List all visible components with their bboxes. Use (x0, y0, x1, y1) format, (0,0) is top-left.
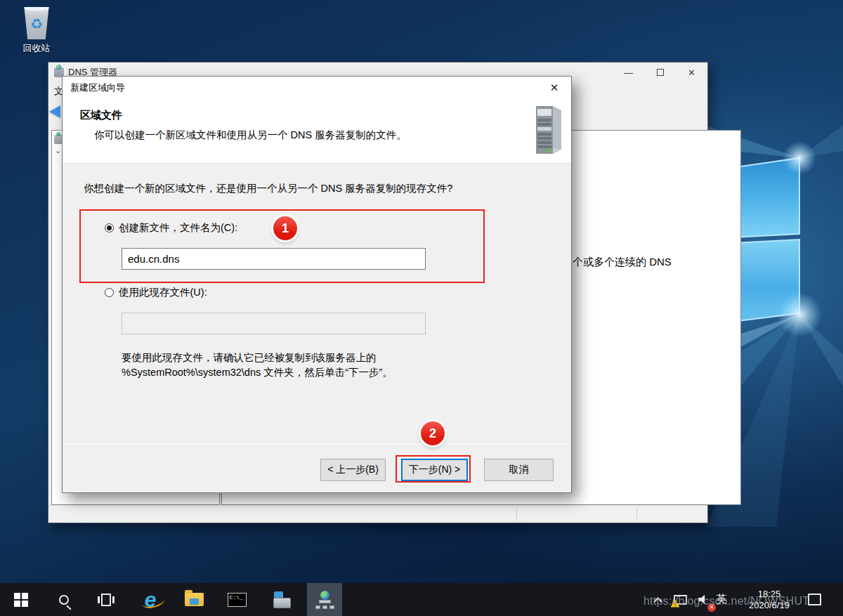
wizard-note-line2: %SystemRoot%\system32\dns 文件夹，然后单击“下一步”。 (122, 365, 393, 380)
background-text-fragment: 个或多个连续的 DNS (573, 256, 672, 269)
back-arrow-icon[interactable] (49, 105, 60, 118)
minimize-button[interactable]: — (613, 63, 644, 82)
tree-expand-chevron-icon[interactable]: ⌄ (55, 146, 61, 155)
annotation-step-2: 2 (421, 421, 445, 445)
radio-unselected-icon[interactable] (105, 288, 114, 297)
windows-logo-icon (14, 593, 28, 607)
internet-explorer-button[interactable]: e (134, 583, 166, 616)
recycle-bin-label: 回收站 (14, 42, 59, 55)
folder-icon (185, 593, 204, 606)
recycle-glyph-icon: ♻ (30, 15, 43, 32)
radio-use-existing-file[interactable]: 使用此现存文件(U): (105, 286, 207, 299)
server-tower-icon (532, 103, 564, 155)
dns-manager-taskbar-button[interactable] (307, 583, 342, 616)
cancel-button[interactable]: 取消 (484, 459, 554, 481)
server-manager-icon (272, 591, 291, 608)
wizard-close-button[interactable]: ✕ (540, 78, 568, 98)
recycle-bin-shortcut[interactable]: ♻ 回收站 (14, 6, 59, 55)
status-separator (636, 507, 637, 521)
task-view-icon (101, 594, 111, 606)
server-manager-button[interactable] (265, 583, 297, 616)
dns-status-bar (48, 505, 707, 523)
maximize-button[interactable] (644, 63, 676, 82)
start-button[interactable] (5, 583, 37, 616)
wizard-titlebar[interactable]: 新建区域向导 (63, 77, 571, 99)
wizard-title: 新建区域向导 (70, 81, 125, 94)
wizard-question: 你想创建一个新的区域文件，还是使用一个从另一个 DNS 服务器复制的现存文件? (84, 182, 452, 195)
task-view-button[interactable] (90, 583, 122, 616)
command-prompt-button[interactable]: C:\_ (221, 583, 253, 616)
annotation-box-next-button (396, 455, 471, 483)
annotation-step-1: 1 (273, 216, 297, 240)
search-button[interactable] (48, 583, 80, 616)
watermark-text: https://blog.csdn.net/NOWSHUT (643, 595, 809, 608)
search-icon (59, 595, 69, 605)
desktop: ♻ 回收站 DNS 管理器 — ✕ 文 ⌄ 个或多个连续的 DNS 新建 (0, 0, 843, 616)
console-icon: C:\_ (228, 593, 247, 607)
wizard-step-subheading: 你可以创建一个新区域文件和使用从另一个 DNS 服务器复制的文件。 (94, 129, 407, 142)
wizard-note: 要使用此现存文件，请确认它已经被复制到该服务器上的 %SystemRoot%\s… (122, 350, 393, 380)
internet-explorer-icon: e (145, 590, 157, 610)
buttonbar-separator (63, 442, 571, 443)
wizard-note-line1: 要使用此现存文件，请确认它已经被复制到该服务器上的 (122, 350, 393, 365)
dns-manager-icon (315, 591, 334, 609)
existing-file-input (122, 313, 426, 334)
wizard-header: 区域文件 你可以创建一个新区域文件和使用从另一个 DNS 服务器复制的文件。 (63, 99, 571, 164)
back-button[interactable]: < 上一步(B) (320, 459, 386, 481)
new-zone-wizard-dialog: 新建区域向导 ✕ 区域文件 你可以创建一个新区域文件和使用从另一个 DNS 服务… (62, 76, 572, 493)
close-button[interactable]: ✕ (676, 63, 707, 82)
wizard-step-heading: 区域文件 (80, 109, 122, 122)
action-center-icon (808, 594, 821, 605)
radio-existing-label: 使用此现存文件(U): (119, 286, 207, 299)
status-separator (516, 507, 517, 521)
maximize-icon (657, 69, 664, 76)
recycle-bin-icon: ♻ (22, 6, 51, 39)
file-explorer-button[interactable] (178, 583, 210, 616)
